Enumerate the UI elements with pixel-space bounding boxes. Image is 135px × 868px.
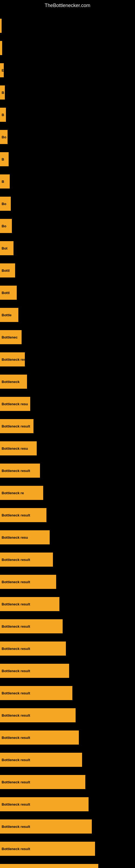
bar-row: B [0,149,135,170]
result-bar[interactable]: B [0,108,6,122]
bar-row: Bottleneck result [0,860,135,868]
result-bar[interactable]: Bottleneck result [0,597,59,611]
result-bar[interactable]: Bottleneck result [0,619,63,633]
result-bar[interactable]: Bottleneck res [0,352,25,367]
result-bar[interactable]: Bottlenec [0,330,21,344]
result-bar[interactable]: Bot [0,241,13,255]
result-bar[interactable]: B [0,152,9,166]
bar-row: Bo [0,193,135,214]
result-bar[interactable] [0,41,2,55]
site-title: TheBottlenecker.com [0,0,135,12]
bar-row: Bottleneck re [0,482,135,503]
bars-container: EBBBoBBBoBoBotBottlBottlBottleBottlenecB… [0,12,135,868]
bar-row: B [0,171,135,192]
result-bar[interactable]: Bo [0,219,12,233]
bar-row: Bottleneck result [0,838,135,859]
result-bar[interactable]: Bottleneck resu [0,441,37,456]
bar-row: Bottleneck result [0,816,135,837]
result-bar[interactable]: Bottleneck re [0,486,43,500]
site-title-container: TheBottlenecker.com [0,0,135,12]
result-bar[interactable]: Bottleneck result [0,664,69,678]
bar-row: Bottle [0,304,135,326]
result-bar[interactable]: Bottleneck result [0,419,34,433]
bar-row: Bottleneck resu [0,393,135,414]
bar-row: Bottleneck result [0,682,135,704]
result-bar[interactable]: Bottleneck result [0,642,66,656]
bar-row: Bo [0,126,135,148]
result-bar[interactable]: Bottleneck result [0,753,82,767]
bar-row: Bottleneck result [0,794,135,815]
bar-row: Bottleneck [0,371,135,392]
result-bar[interactable]: Bottleneck resu [0,397,30,411]
bar-row: Bottleneck result [0,771,135,793]
bar-row: Bottleneck result [0,460,135,481]
result-bar[interactable]: Bottleneck result [0,464,40,478]
result-bar[interactable]: B [0,175,10,188]
bar-row: Bottleneck result [0,616,135,637]
result-bar[interactable]: Bottleneck [0,375,27,389]
bar-row: Bot [0,238,135,259]
bar-row: Bottl [0,260,135,281]
result-bar[interactable]: Bottl [0,264,15,278]
bar-row: Bottleneck result [0,504,135,526]
bar-row: Bottleneck result [0,660,135,681]
result-bar[interactable]: E [0,63,4,77]
bar-row: Bottlenec [0,327,135,348]
bar-row: Bottleneck resu [0,527,135,548]
bar-row: Bottleneck resu [0,438,135,459]
result-bar[interactable]: Bottleneck result [0,708,76,722]
bar-row: Bottleneck result [0,549,135,570]
bar-row [0,37,135,59]
bar-row: Bottleneck result [0,727,135,748]
bar-row: Bottleneck result [0,571,135,592]
bar-row: Bottleneck result [0,638,135,659]
result-bar[interactable]: Bottleneck result [0,842,95,856]
result-bar[interactable]: Bottleneck result [0,775,85,789]
result-bar[interactable]: Bottleneck result [0,819,92,834]
result-bar[interactable]: Bo [0,197,11,211]
result-bar[interactable]: Bottleneck resu [0,530,50,545]
result-bar[interactable]: Bottleneck result [0,731,79,745]
result-bar[interactable]: Bottleneck result [0,575,56,589]
result-bar[interactable]: Bottleneck result [0,508,46,522]
bar-row: E [0,60,135,81]
result-bar[interactable]: Bo [0,130,8,144]
result-bar[interactable] [0,19,2,33]
bar-row: Bottleneck result [0,593,135,615]
bar-row: Bottleneck result [0,749,135,770]
bar-row: Bottleneck result [0,705,135,726]
result-bar[interactable]: Bottle [0,308,18,322]
bar-row: Bo [0,215,135,237]
result-bar[interactable]: B [0,86,5,99]
bar-row: Bottleneck result [0,415,135,437]
bar-row: B [0,82,135,103]
result-bar[interactable]: Bottleneck result [0,864,98,868]
result-bar[interactable]: Bottleneck result [0,553,53,567]
bar-row [0,15,135,36]
result-bar[interactable]: Bottl [0,286,17,300]
result-bar[interactable]: Bottleneck result [0,686,72,700]
bar-row: B [0,104,135,125]
bar-row: Bottl [0,282,135,303]
bar-row: Bottleneck res [0,349,135,370]
result-bar[interactable]: Bottleneck result [0,797,89,811]
